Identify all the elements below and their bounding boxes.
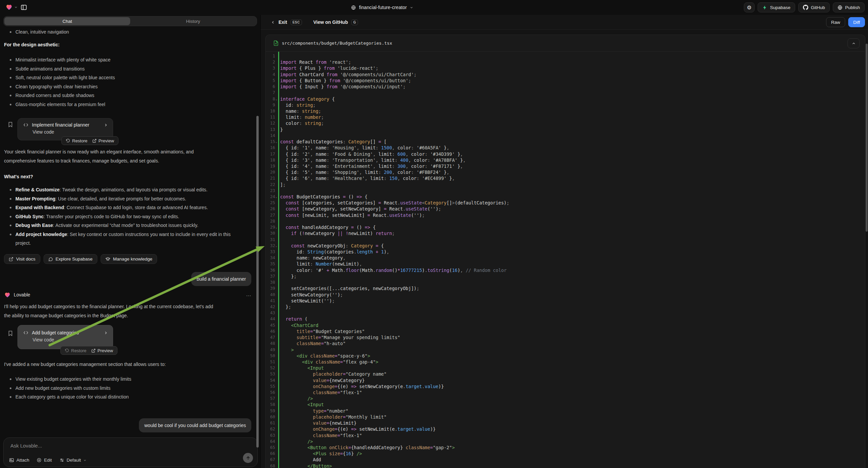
lovable-heart-icon bbox=[4, 291, 11, 298]
chat-composer[interactable]: Ask Lovable... Attach Edit Default bbox=[3, 437, 258, 467]
line-number: 25 bbox=[266, 200, 275, 206]
line-number: 50 bbox=[266, 353, 275, 359]
file-header[interactable]: src/components/budget/BudgetCategories.t… bbox=[266, 35, 865, 52]
list-item: Master Prompting: Use clear, detailed, a… bbox=[4, 195, 243, 203]
model-selector[interactable]: Default bbox=[59, 458, 87, 463]
view-code-link[interactable]: View code bbox=[18, 336, 113, 346]
list-item: Subtle animations and transitions bbox=[4, 64, 242, 74]
app-window: financial-future-creator ⚙ Supabase GitH… bbox=[0, 0, 868, 468]
line-number: 63 bbox=[266, 432, 275, 438]
line-number: 3 bbox=[266, 65, 275, 71]
code-line: 46 title="Budget Categories" bbox=[266, 328, 865, 334]
code-line: 61 value={newLimit} bbox=[266, 420, 865, 426]
code-scrollbar[interactable] bbox=[866, 43, 868, 232]
code-line: 1 bbox=[266, 53, 865, 59]
edit-mode-button[interactable]: Edit bbox=[37, 458, 52, 463]
collapse-file-button[interactable] bbox=[847, 38, 860, 48]
code-line: 47 subtitle="Manage your spending limits… bbox=[266, 334, 865, 341]
bookmark-icon[interactable] bbox=[7, 330, 13, 337]
code-line: 50 <div className="space-y-6"> bbox=[266, 353, 865, 359]
fold-chevron-icon[interactable]: ⌄ bbox=[276, 243, 277, 249]
chat-input[interactable]: Ask Lovable... bbox=[10, 443, 42, 448]
bookmark-icon[interactable] bbox=[7, 121, 13, 128]
line-number: 36 bbox=[266, 267, 275, 273]
code-line: 29⌄ const handleAddCategory = () => { bbox=[266, 224, 865, 230]
line-number: 1 bbox=[266, 53, 275, 59]
line-number: 6 bbox=[266, 84, 275, 90]
code-line: 44 return ( bbox=[266, 316, 865, 322]
list-item: Minimalist interface with plenty of whit… bbox=[4, 55, 242, 64]
line-number: 18 bbox=[266, 157, 275, 163]
code-line: 9 id: string; bbox=[266, 102, 865, 108]
toggle-sidebar-button[interactable] bbox=[20, 3, 28, 12]
code-line: 40 setNewCategory(''); bbox=[266, 292, 865, 298]
fold-chevron-icon[interactable]: ⌄ bbox=[276, 194, 277, 200]
image-icon bbox=[9, 458, 14, 463]
version-card-title: Implement financial planner bbox=[32, 122, 89, 127]
restore-button[interactable]: Restore bbox=[66, 138, 88, 143]
line-number: 62 bbox=[266, 426, 275, 432]
version-card-add-budget-categories[interactable]: Add budget categories View code bbox=[18, 325, 113, 349]
chevron-down-icon bbox=[14, 5, 18, 9]
visit-docs-button[interactable]: Visit docs bbox=[4, 254, 40, 264]
line-number: 29 bbox=[266, 224, 275, 230]
exit-button[interactable]: Exit bbox=[278, 20, 287, 25]
code-line: 31 bbox=[266, 237, 865, 243]
line-number: 26 bbox=[266, 206, 275, 212]
raw-toggle-button[interactable]: Raw bbox=[826, 17, 845, 27]
code-line: 11 limit: number; bbox=[266, 114, 865, 120]
manage-knowledge-button[interactable]: Manage knowledge bbox=[101, 254, 157, 264]
supabase-button[interactable]: Supabase bbox=[757, 2, 795, 12]
restore-icon bbox=[66, 139, 70, 143]
lovable-menu[interactable] bbox=[5, 3, 18, 11]
code-line: 27 const [newLimit, setNewLimit] = React… bbox=[266, 212, 865, 218]
line-number: 15 bbox=[266, 139, 275, 145]
graduation-cap-icon bbox=[105, 257, 111, 262]
fold-chevron-icon[interactable]: ⌄ bbox=[276, 96, 277, 102]
tab-chat[interactable]: Chat bbox=[4, 17, 130, 25]
restore-button[interactable]: Restore bbox=[65, 348, 87, 353]
g-key-badge: G bbox=[351, 20, 358, 25]
code-line: 39 setCategories([...categories, newCate… bbox=[266, 285, 865, 291]
list-item: Clean typography with clear hierarchies bbox=[4, 82, 242, 91]
publish-button[interactable]: Publish bbox=[833, 2, 865, 12]
code-line: 34 name: newCategory, bbox=[266, 255, 865, 261]
code-line: 59 type="number" bbox=[266, 408, 865, 414]
supabase-label: Supabase bbox=[770, 5, 790, 10]
view-on-github-button[interactable]: View on GitHub bbox=[313, 20, 348, 25]
line-number: 28 bbox=[266, 218, 275, 224]
line-number: 40 bbox=[266, 292, 275, 298]
restore-preview-toolbar: Restore Preview bbox=[61, 136, 118, 145]
diff-toggle-button[interactable]: Diff bbox=[848, 17, 865, 27]
code-editor[interactable]: 12import React from 'react';3import { Pl… bbox=[266, 52, 865, 468]
preview-button[interactable]: Preview bbox=[91, 348, 113, 353]
line-number: 61 bbox=[266, 420, 275, 426]
line-number: 35 bbox=[266, 261, 275, 267]
line-number: 10 bbox=[266, 108, 275, 114]
chat-history-tabs: Chat History bbox=[3, 16, 257, 26]
preview-button[interactable]: Preview bbox=[92, 138, 114, 143]
message-menu-button[interactable]: … bbox=[246, 291, 252, 297]
restore-icon bbox=[65, 349, 69, 353]
fold-chevron-icon[interactable]: ⌄ bbox=[276, 224, 277, 230]
tab-history[interactable]: History bbox=[130, 17, 256, 25]
line-number: 21 bbox=[266, 175, 275, 181]
arrow-up-icon bbox=[246, 456, 251, 461]
list-item: Add new budget categories with custom li… bbox=[4, 384, 242, 393]
explore-supabase-button[interactable]: Explore Supabase bbox=[43, 254, 97, 264]
chevron-down-icon bbox=[83, 459, 87, 462]
line-number: 20 bbox=[266, 169, 275, 175]
settings-button[interactable]: ⚙ bbox=[744, 2, 754, 12]
list-item: Expand with Backend: Connect Supabase to… bbox=[4, 203, 243, 212]
list-item: Glass-morphic elements for a premium fee… bbox=[4, 100, 242, 109]
list-item: Refine & Customize: Tweak the design, an… bbox=[4, 185, 243, 195]
code-line: 57 /> bbox=[266, 396, 865, 402]
list-item: Rounded corners and subtle shadows bbox=[4, 91, 242, 100]
send-button[interactable] bbox=[243, 453, 253, 463]
chat-scrollbar[interactable] bbox=[256, 116, 259, 447]
code-line: 8⌄interface Category { bbox=[266, 96, 865, 102]
github-button[interactable]: GitHub bbox=[798, 2, 830, 12]
project-switcher[interactable]: financial-future-creator bbox=[351, 0, 413, 15]
attach-button[interactable]: Attach bbox=[9, 458, 29, 463]
fold-chevron-icon[interactable]: ⌄ bbox=[276, 139, 277, 145]
